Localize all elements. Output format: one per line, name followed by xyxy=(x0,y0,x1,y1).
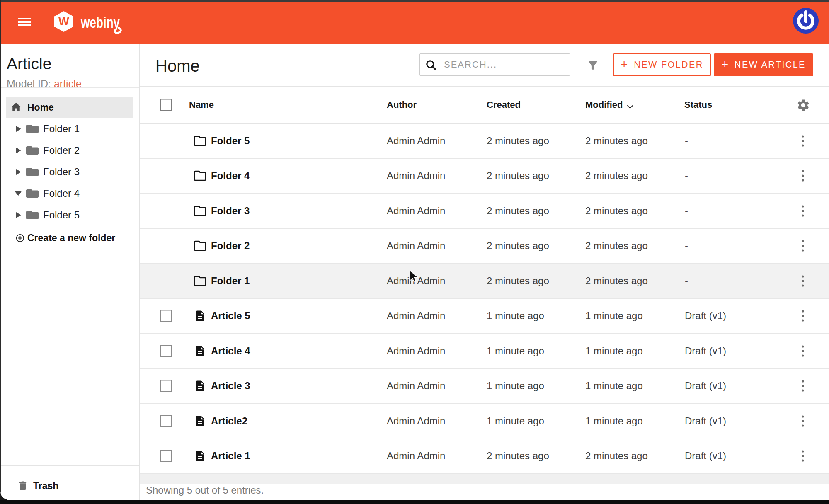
svg-text:W: W xyxy=(58,15,69,28)
svg-text:webiny: webiny xyxy=(80,14,120,31)
